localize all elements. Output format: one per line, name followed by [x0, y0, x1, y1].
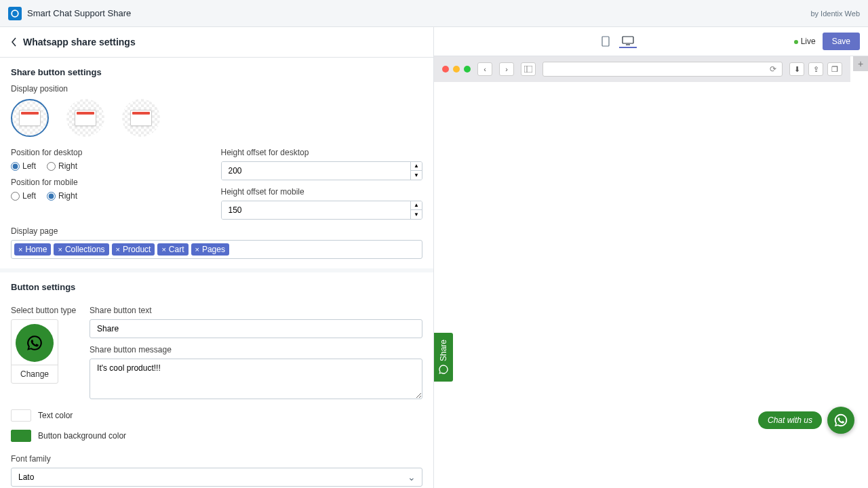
settings-pane: Whatsapp share settings Share button set… — [0, 27, 434, 488]
whatsapp-icon — [438, 364, 449, 375]
height-desktop-input[interactable] — [222, 162, 411, 180]
font-family-label: Font family — [11, 454, 422, 464]
app-title: Smart Chat Support Share — [27, 8, 131, 18]
by-line: by Identix Web — [810, 9, 860, 18]
button-settings-section: Button settings Select button type Chang… — [0, 272, 433, 488]
svg-rect-4 — [524, 66, 532, 73]
right-label-m: Right — [58, 191, 77, 201]
remove-tag-icon[interactable]: × — [116, 245, 120, 253]
desktop-left-radio[interactable]: Left — [11, 161, 36, 171]
text-color-label: Text color — [38, 411, 73, 420]
height-desktop-input-wrap: ▲▼ — [221, 161, 423, 180]
display-position-label: Display position — [11, 84, 422, 94]
text-color-swatch[interactable] — [11, 409, 31, 422]
nav-back-icon[interactable]: ‹ — [477, 62, 492, 76]
position-mobile-label: Position for mobile — [11, 178, 213, 187]
tag-cart: ×Cart — [157, 243, 188, 256]
display-page-label: Display page — [11, 226, 422, 236]
section-title: Share button settings — [11, 67, 422, 77]
download-icon[interactable]: ⬇ — [789, 62, 804, 76]
share-button-section: Share button settings Display position P… — [0, 58, 433, 272]
new-tab-icon[interactable]: + — [853, 56, 868, 71]
tag-pages: ×Pages — [191, 243, 229, 256]
window-controls — [442, 66, 471, 73]
step-up-icon[interactable]: ▲ — [411, 162, 422, 171]
tabs-icon[interactable]: ❐ — [827, 62, 842, 76]
section-title: Button settings — [11, 282, 422, 292]
svg-point-0 — [12, 10, 18, 17]
preview-body: Share Chat with us — [434, 82, 868, 488]
position-option-3[interactable] — [122, 99, 160, 137]
select-button-type-label: Select button type — [11, 306, 76, 315]
share-icon[interactable]: ⇪ — [808, 62, 823, 76]
tag-product: ×Product — [112, 243, 155, 256]
mobile-preview-icon[interactable] — [599, 35, 612, 48]
mobile-left-radio[interactable]: Left — [11, 191, 36, 201]
back-icon[interactable] — [11, 37, 18, 47]
svg-rect-2 — [623, 37, 633, 43]
preview-pane: Live Save ‹ › ⟳ ⬇ ⇪ ❐ — [434, 27, 868, 488]
position-option-2[interactable] — [66, 99, 104, 137]
change-button[interactable]: Change — [12, 365, 58, 383]
step-down-icon[interactable]: ▼ — [411, 171, 422, 180]
share-button-text-label: Share button text — [90, 306, 422, 315]
bg-color-label: Button background color — [38, 431, 126, 441]
height-desktop-label: Height offset for desktop — [221, 148, 423, 157]
share-widget-label: Share — [439, 340, 448, 361]
whatsapp-chat-icon — [827, 407, 854, 434]
button-type-preview: Change — [11, 319, 58, 384]
remove-tag-icon[interactable]: × — [195, 245, 199, 253]
mobile-right-radio[interactable]: Right — [47, 191, 77, 201]
remove-tag-icon[interactable]: × — [58, 245, 62, 253]
tag-collections: ×Collections — [54, 243, 108, 256]
sidebar-icon[interactable] — [521, 62, 536, 76]
live-status: Live — [794, 37, 816, 46]
share-widget[interactable]: Share — [434, 333, 453, 382]
step-up-icon[interactable]: ▲ — [411, 201, 422, 210]
chat-label: Chat with us — [758, 411, 822, 429]
height-mobile-input-wrap: ▲▼ — [221, 201, 423, 220]
chat-widget[interactable]: Chat with us — [758, 407, 854, 434]
position-option-1[interactable] — [11, 99, 49, 137]
app-logo — [8, 7, 22, 20]
right-label: Right — [58, 161, 77, 171]
tag-home: ×Home — [14, 243, 51, 256]
url-bar[interactable]: ⟳ — [542, 62, 783, 77]
step-down-icon[interactable]: ▼ — [411, 210, 422, 219]
left-label: Left — [22, 161, 36, 171]
nav-forward-icon[interactable]: › — [499, 62, 514, 76]
top-bar: Smart Chat Support Share by Identix Web — [0, 0, 868, 27]
share-button-text-input[interactable] — [90, 319, 422, 338]
position-desktop-label: Position for desktop — [11, 148, 213, 157]
remove-tag-icon[interactable]: × — [161, 245, 165, 253]
font-family-select[interactable]: Lato — [11, 468, 422, 487]
share-button-message-label: Share button message — [90, 345, 422, 354]
display-page-input[interactable]: ×Home ×Collections ×Product ×Cart ×Pages — [11, 240, 422, 259]
bg-color-swatch[interactable] — [11, 430, 31, 442]
reload-icon[interactable]: ⟳ — [770, 64, 776, 74]
svg-rect-1 — [602, 37, 609, 46]
height-mobile-input[interactable] — [222, 201, 411, 219]
height-mobile-label: Height offset for mobile — [221, 187, 423, 197]
whatsapp-icon — [16, 324, 54, 362]
share-button-message-input[interactable]: It's cool product!!! — [90, 359, 422, 399]
remove-tag-icon[interactable]: × — [18, 245, 22, 253]
desktop-right-radio[interactable]: Right — [47, 161, 77, 171]
left-label-m: Left — [22, 191, 36, 201]
browser-chrome: ‹ › ⟳ ⬇ ⇪ ❐ — [434, 56, 850, 82]
save-button[interactable]: Save — [823, 33, 860, 50]
desktop-preview-icon[interactable] — [619, 35, 637, 48]
page-title: Whatsapp share settings — [23, 37, 136, 47]
